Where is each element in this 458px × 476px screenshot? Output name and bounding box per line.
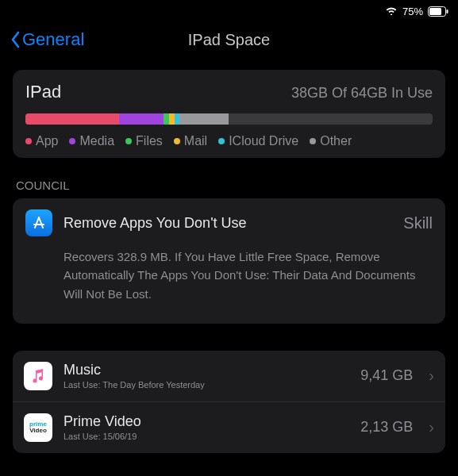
svg-rect-1 xyxy=(429,8,441,15)
nav-bar: General IPad Space xyxy=(0,22,458,57)
storage-device-label: IPad xyxy=(25,82,61,102)
chevron-right-icon: › xyxy=(429,367,434,385)
back-label: General xyxy=(22,29,84,50)
legend-item-other: Other xyxy=(310,134,352,148)
storage-used-label: 38GB Of 64GB In Use xyxy=(291,85,433,102)
legend-dot-icon xyxy=(218,138,225,144)
legend-item-files: Files xyxy=(125,134,163,148)
page-title: IPad Space xyxy=(188,31,270,49)
storage-segment-files xyxy=(164,113,169,125)
storage-segment-app xyxy=(25,113,119,125)
app-list: MusicLast Use: The Day Before Yesterday9… xyxy=(13,351,445,453)
storage-segment-media xyxy=(119,113,164,125)
storage-card: IPad 38GB Of 64GB In Use AppMediaFilesMa… xyxy=(13,70,445,158)
battery-percent: 75% xyxy=(402,6,423,17)
legend-dot-icon xyxy=(310,138,316,144)
app-size-label: 9,41 GB xyxy=(360,367,413,384)
back-button[interactable]: General xyxy=(10,29,84,50)
storage-segment-icloud-drive xyxy=(175,113,180,125)
appstore-icon xyxy=(25,209,52,236)
app-lastuse-label: Last Use: 15/06/19 xyxy=(64,432,349,441)
legend-item-media: Media xyxy=(69,134,114,148)
status-bar: 75% xyxy=(0,0,458,22)
tip-card[interactable]: Remove Apps You Don't Use Skill Recovers… xyxy=(13,198,445,324)
storage-segment-mail xyxy=(169,113,175,125)
wifi-icon xyxy=(385,6,398,17)
app-row-prime-video[interactable]: primeVideoPrime VideoLast Use: 15/06/192… xyxy=(13,402,445,453)
legend-item-app: App xyxy=(25,134,58,148)
legend-dot-icon xyxy=(174,138,180,144)
tip-title: Remove Apps You Don't Use xyxy=(64,215,392,232)
svg-line-3 xyxy=(35,217,39,228)
battery-icon xyxy=(428,6,448,17)
storage-legend: AppMediaFilesMailICloud DriveOther xyxy=(25,134,433,148)
legend-item-mail: Mail xyxy=(174,134,207,148)
storage-segment-other xyxy=(179,113,229,125)
app-lastuse-label: Last Use: The Day Before Yesterday xyxy=(64,380,349,390)
tip-description: Recovers 328.9 MB. If You Have Little Fr… xyxy=(25,248,433,303)
svg-line-4 xyxy=(39,217,43,228)
legend-item-icloud-drive: ICloud Drive xyxy=(218,134,298,148)
app-name-label: Music xyxy=(64,362,349,378)
storage-bar xyxy=(25,113,433,125)
music-app-icon xyxy=(24,362,52,390)
app-row-music[interactable]: MusicLast Use: The Day Before Yesterday9… xyxy=(13,351,445,402)
tip-action[interactable]: Skill xyxy=(403,214,433,232)
section-header-council: COUNCIL xyxy=(13,178,445,198)
app-name-label: Prime Video xyxy=(64,413,349,430)
app-size-label: 2,13 GB xyxy=(360,419,413,436)
legend-dot-icon xyxy=(25,138,32,144)
chevron-right-icon: › xyxy=(429,418,434,436)
legend-dot-icon xyxy=(125,138,132,144)
legend-dot-icon xyxy=(69,138,75,144)
chevron-left-icon xyxy=(10,31,21,48)
prime-app-icon: primeVideo xyxy=(24,413,52,442)
svg-rect-2 xyxy=(447,10,448,13)
